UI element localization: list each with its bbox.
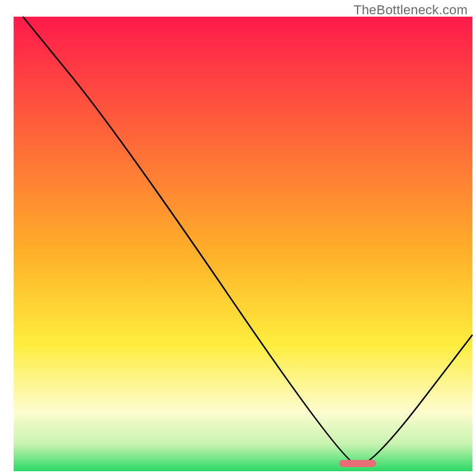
bottleneck-chart	[0, 0, 476, 476]
plot-background	[14, 17, 472, 471]
watermark-text: TheBottleneck.com	[353, 2, 468, 18]
chart-container: TheBottleneck.com	[0, 0, 476, 476]
